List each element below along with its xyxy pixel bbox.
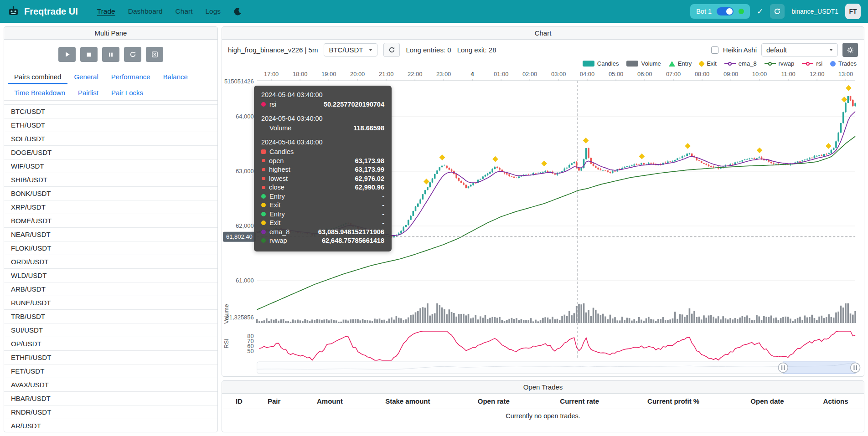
svg-text:05:00: 05:00 xyxy=(609,71,623,77)
legend-rvwap[interactable]: rvwap xyxy=(765,60,795,67)
bot-name: Bot 1 xyxy=(696,8,712,15)
pair-list-item[interactable]: HBAR/USDT xyxy=(4,392,217,405)
svg-text:62,000: 62,000 xyxy=(236,222,254,229)
chart-canvas[interactable]: 64,00063,00062,00061,00051505142617:0018… xyxy=(222,68,864,376)
plot-settings-button[interactable] xyxy=(842,43,858,57)
svg-text:04:00: 04:00 xyxy=(580,71,594,77)
legend-label: Trades xyxy=(838,60,857,67)
svg-text:22:00: 22:00 xyxy=(408,71,422,77)
pair-list-item[interactable]: ORDI/USDT xyxy=(4,255,217,269)
chart-legend: CandlesVolumeEntryExitema_8rvwaprsiTrade… xyxy=(222,60,864,68)
legend-swatch xyxy=(698,60,705,67)
svg-text:23:00: 23:00 xyxy=(436,71,451,77)
pair-list-item[interactable]: RNDR/USDT xyxy=(4,405,217,419)
pair-list-item[interactable]: AVAX/USDT xyxy=(4,378,217,392)
plot-config-select[interactable]: default xyxy=(761,43,838,56)
legend-label: rsi xyxy=(816,60,822,67)
trades-column-stake-amount: Stake amount xyxy=(365,397,450,405)
legend-ema_8[interactable]: ema_8 xyxy=(724,60,757,67)
nav-link-dashboard[interactable]: Dashboard xyxy=(128,7,163,15)
pair-list-item[interactable]: ETHFI/USDT xyxy=(4,351,217,364)
legend-rsi[interactable]: rsi xyxy=(802,60,822,67)
long-exit-label: Long exit: 28 xyxy=(457,46,496,54)
pair-list-item[interactable]: ETH/USDT xyxy=(4,118,217,132)
tab-performance[interactable]: Performance xyxy=(105,68,157,84)
nav-link-chart[interactable]: Chart xyxy=(176,7,193,15)
strategy-label: high_frog_binance_v226 | 5m xyxy=(228,46,318,54)
legend-trades[interactable]: Trades xyxy=(830,60,857,67)
nav-link-logs[interactable]: Logs xyxy=(205,7,221,15)
nav-link-trade[interactable]: Trade xyxy=(97,7,115,15)
tab-pair-locks[interactable]: Pair Locks xyxy=(105,84,150,100)
main-content: Multi Pane Pairs combinedGeneralPerforma… xyxy=(0,23,868,436)
tab-general[interactable]: General xyxy=(67,68,104,84)
app-logo[interactable]: Freqtrade UI xyxy=(7,5,78,18)
moon-icon[interactable] xyxy=(233,7,242,16)
legend-swatch xyxy=(830,61,836,67)
chart-panel-title: Chart xyxy=(222,27,864,40)
bot-toggle[interactable] xyxy=(717,7,734,15)
pause-button[interactable] xyxy=(102,47,119,62)
bot-online-dot xyxy=(739,9,744,14)
legend-volume[interactable]: Volume xyxy=(626,60,661,67)
pair-list-item[interactable]: WIF/USDT xyxy=(4,159,217,173)
pair-list-item[interactable]: SOL/USDT xyxy=(4,132,217,146)
long-entries-label: Long entries: 0 xyxy=(406,46,451,54)
pair-list-item[interactable]: NEAR/USDT xyxy=(4,228,217,241)
svg-text:RSI: RSI xyxy=(223,339,230,349)
pair-list-item[interactable]: DOGE/USDT xyxy=(4,146,217,159)
chart-panel: Chart high_frog_binance_v226 | 5m BTC/US… xyxy=(222,26,864,377)
chart-toolbar-right: Heikin Ashi default xyxy=(711,43,858,57)
pair-list-item[interactable]: BONK/USDT xyxy=(4,187,217,200)
pair-list-item[interactable]: FLOKI/USDT xyxy=(4,241,217,255)
start-button[interactable] xyxy=(58,47,76,62)
force-exit-button[interactable] xyxy=(146,47,163,62)
chart-refresh-button[interactable] xyxy=(383,43,400,57)
svg-text:08:00: 08:00 xyxy=(695,71,709,77)
trades-column-open-date: Open date xyxy=(724,397,810,405)
bot-selector[interactable]: Bot 1 xyxy=(690,4,750,19)
pair-list-item[interactable]: BOME/USDT xyxy=(4,214,217,228)
pair-list-item[interactable]: FET/USDT xyxy=(4,364,217,378)
open-trades-panel: Open Trades IDPairAmountStake amountOpen… xyxy=(222,380,864,432)
svg-text:21,325856: 21,325856 xyxy=(226,314,254,321)
svg-text:20:00: 20:00 xyxy=(350,71,365,77)
stop-button[interactable] xyxy=(80,47,98,62)
pair-list-item[interactable]: SUI/USDT xyxy=(4,323,217,337)
trades-column-id: ID xyxy=(225,397,253,405)
tab-time-breakdown[interactable]: Time Breakdown xyxy=(8,84,72,100)
tab-balance[interactable]: Balance xyxy=(157,68,194,84)
pair-list-item[interactable]: WLD/USDT xyxy=(4,269,217,282)
svg-text:515051426: 515051426 xyxy=(224,78,254,85)
robot-icon xyxy=(7,5,20,18)
pair-list-item[interactable]: RUNE/USDT xyxy=(4,296,217,310)
tab-pairs-combined[interactable]: Pairs combined xyxy=(8,68,67,84)
heikin-ashi-checkbox[interactable] xyxy=(711,46,718,54)
refresh-bot-button[interactable] xyxy=(770,4,785,19)
pair-list-item[interactable]: TRB/USDT xyxy=(4,310,217,323)
bot-controls xyxy=(4,40,217,68)
trades-column-pair: Pair xyxy=(253,397,295,405)
legend-exit[interactable]: Exit xyxy=(699,60,717,67)
chevron-down-icon xyxy=(829,49,833,51)
pair-list-item[interactable]: SHIB/USDT xyxy=(4,173,217,187)
avatar[interactable]: FT xyxy=(845,4,861,19)
legend-candles[interactable]: Candles xyxy=(583,60,619,67)
pair-list-item[interactable]: BTC/USDT xyxy=(4,104,217,118)
tab-pairlist[interactable]: Pairlist xyxy=(72,84,105,100)
reload-config-button[interactable] xyxy=(124,47,141,62)
pair-list-item[interactable]: ARB/USDT xyxy=(4,282,217,296)
svg-text:09:00: 09:00 xyxy=(723,71,738,77)
svg-text:13:00: 13:00 xyxy=(838,71,853,77)
pair-list-item[interactable]: OP/USDT xyxy=(4,337,217,351)
stop-icon xyxy=(86,51,92,58)
pair-select[interactable]: BTC/USDT xyxy=(324,43,377,56)
legend-entry[interactable]: Entry xyxy=(669,60,692,67)
pair-list-item[interactable]: XRP/USDT xyxy=(4,200,217,214)
open-trades-title: Open Trades xyxy=(222,381,864,394)
chart-toolbar: high_frog_binance_v226 | 5m BTC/USDT Lon… xyxy=(222,40,864,60)
nav-links: TradeDashboardChartLogs xyxy=(91,7,227,15)
trades-column-current-profit-: Current profit % xyxy=(622,397,724,405)
pair-list-item[interactable]: AR/USDT xyxy=(4,419,217,432)
trades-column-actions: Actions xyxy=(810,397,861,405)
